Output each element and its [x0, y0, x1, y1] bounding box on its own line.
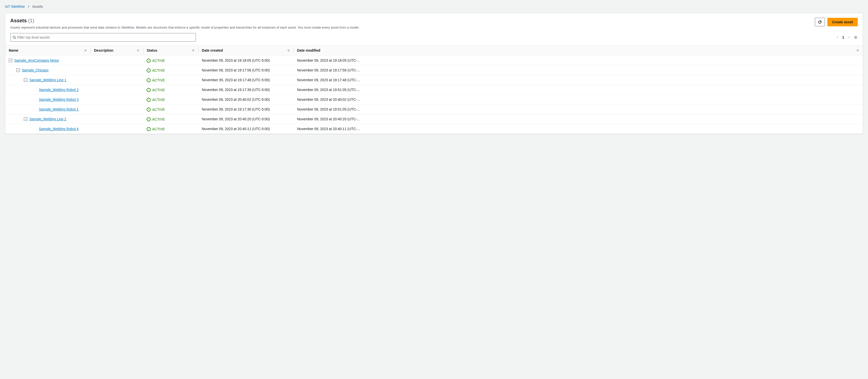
create-asset-button[interactable]: Create asset — [827, 18, 858, 26]
column-label: Date modified — [297, 49, 320, 53]
status-badge: ✓ACTIVE — [147, 127, 165, 131]
column-header-name[interactable]: Name ▽ — [5, 45, 91, 55]
filter-input[interactable] — [16, 34, 193, 41]
status-text: ACTIVE — [152, 78, 165, 82]
breadcrumb: IoT SiteWise Assets — [5, 4, 863, 8]
asset-link[interactable]: Sample_Welding Robot 3 — [39, 97, 79, 101]
asset-link[interactable]: Sample_Welding Robot 4 — [39, 127, 79, 131]
table-row: Sample_Welding Robot 1✓ACTIVENovember 09… — [5, 104, 863, 114]
cell-date-created: November 09, 2023 at 19:17:39 (UTC-5:00) — [198, 85, 293, 95]
asset-link[interactable]: Sample_Welding Robot 1 — [39, 107, 79, 111]
pagination: 1 — [836, 35, 858, 39]
table-row: −Sample_Welding Line 2✓ACTIVENovember 09… — [5, 114, 863, 124]
assets-table: Name ▽ Description ▽ Status ▽ Date creat… — [5, 45, 863, 134]
refresh-icon — [818, 20, 822, 24]
check-circle-icon: ✓ — [147, 107, 151, 112]
check-circle-icon: ✓ — [147, 127, 151, 131]
svg-point-1 — [855, 37, 856, 38]
prev-page-button[interactable] — [836, 36, 839, 39]
status-badge: ✓ACTIVE — [147, 107, 165, 112]
svg-point-0 — [13, 36, 15, 38]
settings-button[interactable] — [854, 35, 858, 39]
cell-date-created: November 09, 2023 at 19:18:05 (UTC-5:00) — [198, 55, 293, 65]
assets-panel: Assets (1) Assets represent industrial d… — [5, 13, 863, 134]
tree-collapse-toggle[interactable]: − — [9, 59, 12, 62]
page-description: Assets represent industrial devices and … — [10, 25, 810, 30]
asset-link[interactable]: Sample_Chicago — [22, 68, 49, 72]
sort-icon: ▽ — [137, 49, 139, 52]
status-badge: ✓ACTIVE — [147, 59, 165, 63]
cell-date-modified: November 09, 2023 at 19:18:05 (UTC-... — [297, 58, 360, 62]
page-number: 1 — [842, 35, 844, 39]
sort-icon: ▽ — [857, 49, 859, 52]
status-text: ACTIVE — [152, 127, 165, 131]
column-header-created[interactable]: Date created ▽ — [198, 45, 293, 55]
table-row: −Sample_Chicago✓ACTIVENovember 09, 2023 … — [5, 65, 863, 75]
status-text: ACTIVE — [152, 88, 165, 92]
tree-collapse-toggle[interactable]: − — [16, 68, 20, 72]
page-title: Assets (1) — [10, 18, 810, 24]
check-circle-icon: ✓ — [147, 68, 151, 72]
breadcrumb-root-link[interactable]: IoT SiteWise — [5, 4, 25, 8]
filter-input-wrapper — [10, 33, 196, 42]
cell-date-modified: November 09, 2023 at 20:40:20 (UTC-... — [297, 117, 360, 121]
status-text: ACTIVE — [152, 68, 165, 72]
cell-date-modified: November 09, 2023 at 19:51:05 (UTC-... — [297, 107, 360, 111]
search-icon — [12, 36, 16, 39]
refresh-button[interactable] — [815, 18, 825, 26]
table-row: −Sample_Welding Line 1✓ACTIVENovember 09… — [5, 75, 863, 85]
next-page-button[interactable] — [848, 36, 850, 39]
status-badge: ✓ACTIVE — [147, 68, 165, 72]
tree-collapse-toggle[interactable]: − — [24, 78, 27, 82]
cell-date-created: November 09, 2023 at 19:17:48 (UTC-5:00) — [198, 75, 293, 85]
asset-link[interactable]: Sample_Welding Line 1 — [29, 78, 66, 82]
sort-icon: ▽ — [287, 49, 289, 52]
sort-icon: ▽ — [85, 49, 87, 52]
sort-icon: ▽ — [192, 49, 194, 52]
chevron-right-icon — [27, 5, 30, 8]
cell-date-modified: November 09, 2023 at 19:51:05 (UTC-... — [297, 88, 360, 92]
check-circle-icon: ✓ — [147, 88, 151, 92]
cell-description — [91, 104, 143, 114]
asset-link[interactable]: Sample_Welding Line 2 — [29, 117, 66, 121]
status-badge: ✓ACTIVE — [147, 78, 165, 82]
column-header-modified[interactable]: Date modified ▽ — [293, 45, 863, 55]
cell-date-modified: November 09, 2023 at 20:40:02 (UTC-... — [297, 97, 360, 101]
status-badge: ✓ACTIVE — [147, 98, 165, 102]
column-label: Date created — [202, 49, 223, 53]
cell-description — [91, 124, 143, 134]
check-circle-icon: ✓ — [147, 98, 151, 102]
status-badge: ✓ACTIVE — [147, 117, 165, 121]
check-circle-icon: ✓ — [147, 78, 151, 82]
title-text: Assets — [10, 18, 27, 23]
status-text: ACTIVE — [152, 107, 165, 112]
cell-description — [91, 114, 143, 124]
breadcrumb-current: Assets — [32, 4, 43, 8]
cell-description — [91, 55, 143, 65]
asset-link[interactable]: Sample_Welding Robot 2 — [39, 88, 79, 92]
cell-date-created: November 09, 2023 at 19:17:30 (UTC-5:00) — [198, 104, 293, 114]
cell-date-created: November 09, 2023 at 20:40:11 (UTC-5:00) — [198, 124, 293, 134]
tree-collapse-toggle[interactable]: − — [24, 117, 27, 121]
column-header-description[interactable]: Description ▽ — [91, 45, 143, 55]
column-label: Name — [9, 49, 18, 53]
column-label: Status — [147, 49, 157, 53]
cell-date-modified: November 09, 2023 at 19:17:56 (UTC-... — [297, 68, 360, 72]
cell-description — [91, 85, 143, 95]
cell-date-modified: November 09, 2023 at 19:17:48 (UTC-... — [297, 78, 360, 82]
table-row: Sample_Welding Robot 4✓ACTIVENovember 09… — [5, 124, 863, 134]
cell-date-created: November 09, 2023 at 20:40:20 (UTC-5:00) — [198, 114, 293, 124]
status-text: ACTIVE — [152, 117, 165, 121]
cell-date-created: November 09, 2023 at 19:17:56 (UTC-5:00) — [198, 65, 293, 75]
status-text: ACTIVE — [152, 98, 165, 102]
asset-link[interactable]: Sample_AnyCompany Motor — [14, 58, 59, 62]
table-row: −Sample_AnyCompany Motor✓ACTIVENovember … — [5, 55, 863, 65]
check-circle-icon: ✓ — [147, 117, 151, 121]
column-header-status[interactable]: Status ▽ — [143, 45, 198, 55]
status-badge: ✓ACTIVE — [147, 88, 165, 92]
status-text: ACTIVE — [152, 59, 165, 63]
title-count: (1) — [28, 18, 34, 23]
cell-date-created: November 09, 2023 at 20:40:02 (UTC-5:00) — [198, 95, 293, 104]
column-label: Description — [94, 49, 113, 53]
table-row: Sample_Welding Robot 2✓ACTIVENovember 09… — [5, 85, 863, 95]
